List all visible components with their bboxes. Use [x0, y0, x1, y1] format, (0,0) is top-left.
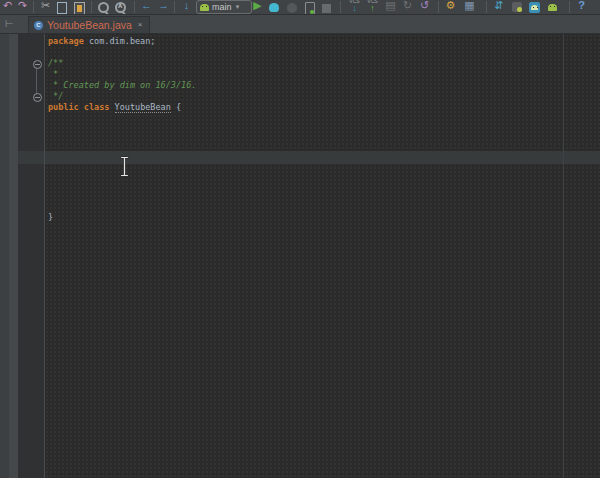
code-line: *: [48, 69, 196, 80]
toolbar-separator: [33, 1, 34, 13]
chevron-down-icon: ▼: [235, 4, 241, 10]
help-icon[interactable]: ?: [574, 0, 589, 14]
code-line: [48, 124, 196, 135]
code-line: }: [48, 212, 196, 223]
code-text: package com.dim.bean; /** * * Created by…: [48, 36, 196, 223]
code-line: */: [48, 91, 196, 102]
back-icon[interactable]: ←: [139, 0, 154, 14]
code-line: package com.dim.bean;: [48, 36, 196, 47]
fold-collapse-icon[interactable]: [33, 60, 42, 69]
tool-window-stripe-inner: [9, 34, 18, 478]
toolbar-separator: [486, 1, 487, 13]
fold-region-line: [36, 66, 37, 94]
vcs-commit-icon[interactable]: VCS ↑: [365, 0, 380, 13]
history-icon: ↻: [400, 0, 415, 14]
toolbar-separator: [91, 1, 92, 13]
code-line: [48, 135, 196, 146]
toolbar-separator: [569, 1, 570, 13]
toolbar-separator: [134, 1, 135, 13]
toolbar-separator: [438, 1, 439, 13]
run-configuration-label: main: [212, 2, 232, 12]
android-icon: [531, 5, 538, 10]
tool-window-stripe: [0, 34, 9, 478]
code-line: * Created by dim on 16/3/16.: [48, 80, 196, 91]
run-configuration-combo[interactable]: main ▼: [196, 0, 252, 14]
vcs-update-icon[interactable]: VCS ↓: [347, 0, 362, 13]
android-studio-window: ↶ ↷ ✂ A ← → ↓ main ▼ ▶ VCS ↓ VCS ↑: [0, 0, 600, 478]
android-icon: [200, 4, 209, 11]
tab-youtubebean-java[interactable]: C YoutubeBean.java ×: [28, 16, 150, 33]
replace-icon[interactable]: A: [115, 2, 126, 13]
cut-icon[interactable]: ✂: [38, 0, 53, 14]
editor-area[interactable]: package com.dim.bean; /** * * Created by…: [0, 34, 600, 478]
vcs-commit-arrow: ↑: [365, 4, 380, 13]
project-structure-icon[interactable]: ▦: [462, 0, 477, 14]
stop-icon: [322, 4, 331, 13]
sdk-manager-icon[interactable]: [529, 2, 540, 13]
find-icon[interactable]: [98, 2, 109, 13]
settings-icon[interactable]: ⚙: [443, 0, 458, 14]
tab-label: YoutubeBean.java: [47, 17, 132, 33]
revert-icon[interactable]: ↺: [417, 0, 432, 14]
code-line: public class YoutubeBean {: [48, 102, 196, 113]
toolbar-separator: [174, 1, 175, 13]
right-margin-guide: [563, 34, 564, 478]
code-line: [48, 179, 196, 190]
attach-debugger-icon[interactable]: [305, 2, 315, 15]
redo-icon[interactable]: ↷: [15, 0, 30, 14]
gutter-separator: [44, 34, 45, 478]
copy-icon[interactable]: [57, 2, 67, 14]
paste-icon[interactable]: [74, 2, 85, 15]
replace-letter: A: [118, 3, 122, 9]
undo-icon[interactable]: ↶: [0, 0, 15, 14]
forward-icon[interactable]: →: [156, 0, 171, 14]
code-line: [48, 113, 196, 124]
java-class-icon: C: [34, 21, 43, 30]
close-icon[interactable]: ×: [138, 17, 143, 33]
code-line: [48, 201, 196, 212]
editor-tab-bar: ⊢ C YoutubeBean.java ×: [0, 15, 600, 34]
gradle-sync-icon[interactable]: ⇵: [491, 0, 506, 14]
code-line: [48, 47, 196, 58]
run-with-coverage-icon[interactable]: [287, 3, 297, 13]
code-line: [48, 190, 196, 201]
sync-down-icon[interactable]: ↓: [179, 0, 194, 14]
gradle-build-icon[interactable]: [512, 2, 522, 12]
main-toolbar: ↶ ↷ ✂ A ← → ↓ main ▼ ▶ VCS ↓ VCS ↑: [0, 0, 600, 15]
vcs-update-arrow: ↓: [347, 4, 362, 13]
toolbar-separator: [340, 1, 341, 13]
debug-icon[interactable]: [269, 3, 279, 12]
avd-manager-icon[interactable]: [548, 4, 557, 11]
compare-icon: ▤: [383, 0, 398, 14]
code-line: /**: [48, 58, 196, 69]
fold-end-icon[interactable]: [33, 93, 42, 102]
run-button[interactable]: ▶: [250, 0, 265, 14]
hide-panel-icon[interactable]: ⊢: [2, 17, 16, 31]
text-cursor-pointer: [119, 156, 130, 177]
